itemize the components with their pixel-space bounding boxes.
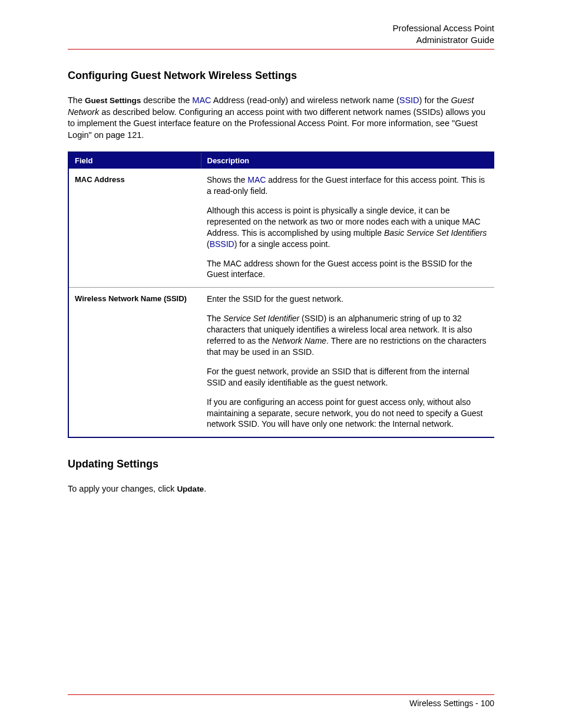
intro-paragraph: The Guest Settings describe the MAC Addr… bbox=[68, 95, 494, 141]
text: The bbox=[68, 95, 85, 105]
col-header-field: Field bbox=[68, 152, 201, 169]
text: ) for the bbox=[419, 95, 451, 105]
mac-link[interactable]: MAC bbox=[247, 175, 266, 185]
text: as described below. Configuring an acces… bbox=[68, 107, 485, 140]
doc-title-line2: Administrator Guide bbox=[68, 34, 494, 46]
section-heading-updating: Updating Settings bbox=[68, 458, 494, 470]
bssid-link[interactable]: BSSID bbox=[210, 239, 234, 249]
field-desc-mac: Shows the MAC address for the Guest inte… bbox=[201, 169, 494, 288]
text: Shows the bbox=[207, 175, 247, 185]
desc-para: Although this access is point is physica… bbox=[207, 205, 488, 250]
desc-para: The Service Set Identifier (SSID) is an … bbox=[207, 313, 488, 358]
field-name-mac: MAC Address bbox=[68, 169, 201, 288]
text: . bbox=[204, 484, 206, 493]
text: describe the bbox=[141, 95, 192, 105]
text: To apply your changes, click bbox=[68, 484, 177, 493]
desc-para: For the guest network, provide an SSID t… bbox=[207, 366, 488, 388]
field-name-ssid: Wireless Network Name (SSID) bbox=[68, 288, 201, 437]
doc-title-line1: Professional Access Point bbox=[68, 22, 494, 34]
ssid-link[interactable]: SSID bbox=[399, 95, 419, 105]
mac-link[interactable]: MAC bbox=[192, 95, 211, 105]
text: Address (read-only) and wireless network… bbox=[211, 95, 399, 105]
bssid-italic: Basic Service Set Identifiers bbox=[384, 228, 487, 238]
guest-settings-label: Guest Settings bbox=[85, 96, 141, 105]
updating-paragraph: To apply your changes, click Update. bbox=[68, 483, 494, 495]
table-row: Wireless Network Name (SSID) Enter the S… bbox=[68, 288, 494, 437]
table-row: MAC Address Shows the MAC address for th… bbox=[68, 169, 494, 288]
update-label: Update bbox=[177, 485, 204, 493]
ssi-italic: Service Set Identifier bbox=[223, 314, 299, 323]
desc-para: Shows the MAC address for the Guest inte… bbox=[207, 174, 488, 197]
section-heading-guest-network: Configuring Guest Network Wireless Setti… bbox=[68, 70, 494, 82]
text: The bbox=[207, 314, 223, 323]
page-footer: Wireless Settings - 100 bbox=[68, 694, 494, 708]
col-header-description: Description bbox=[201, 152, 494, 169]
table-header-row: Field Description bbox=[68, 152, 494, 169]
network-name-italic: Network Name bbox=[272, 336, 327, 345]
desc-para: The MAC address shown for the Guest acce… bbox=[207, 258, 488, 281]
footer-text: Wireless Settings - 100 bbox=[409, 699, 494, 708]
field-desc-ssid: Enter the SSID for the guest network. Th… bbox=[201, 288, 494, 437]
desc-para: If you are configuring an access point f… bbox=[207, 397, 488, 430]
field-description-table: Field Description MAC Address Shows the … bbox=[68, 151, 494, 438]
document-header: Professional Access Point Administrator … bbox=[68, 22, 494, 50]
text: ) for a single access point. bbox=[234, 239, 330, 249]
desc-para: Enter the SSID for the guest network. bbox=[207, 294, 488, 305]
